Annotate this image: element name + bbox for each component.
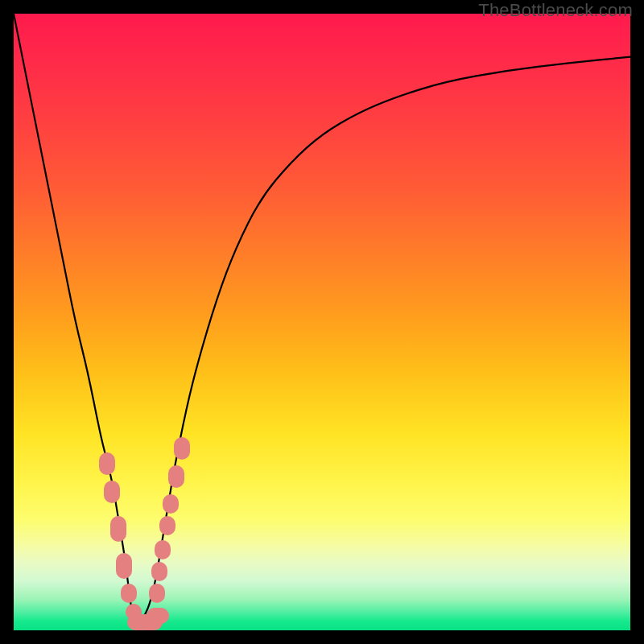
data-dot bbox=[147, 608, 169, 624]
data-dot bbox=[159, 516, 175, 535]
data-dot bbox=[99, 452, 115, 475]
data-dot bbox=[168, 465, 184, 488]
data-dot bbox=[121, 584, 137, 603]
data-dot bbox=[155, 540, 171, 559]
data-dot bbox=[151, 562, 167, 581]
watermark-text: TheBottleneck.com bbox=[478, 0, 633, 21]
chart-frame: TheBottleneck.com bbox=[0, 0, 644, 644]
plot-area bbox=[14, 14, 630, 630]
data-dot bbox=[163, 494, 179, 514]
data-dot bbox=[116, 553, 132, 579]
data-dot bbox=[149, 584, 165, 603]
data-dot bbox=[174, 437, 190, 460]
bottleneck-curve bbox=[14, 14, 630, 630]
data-dot bbox=[110, 516, 126, 542]
data-dot bbox=[104, 481, 120, 503]
